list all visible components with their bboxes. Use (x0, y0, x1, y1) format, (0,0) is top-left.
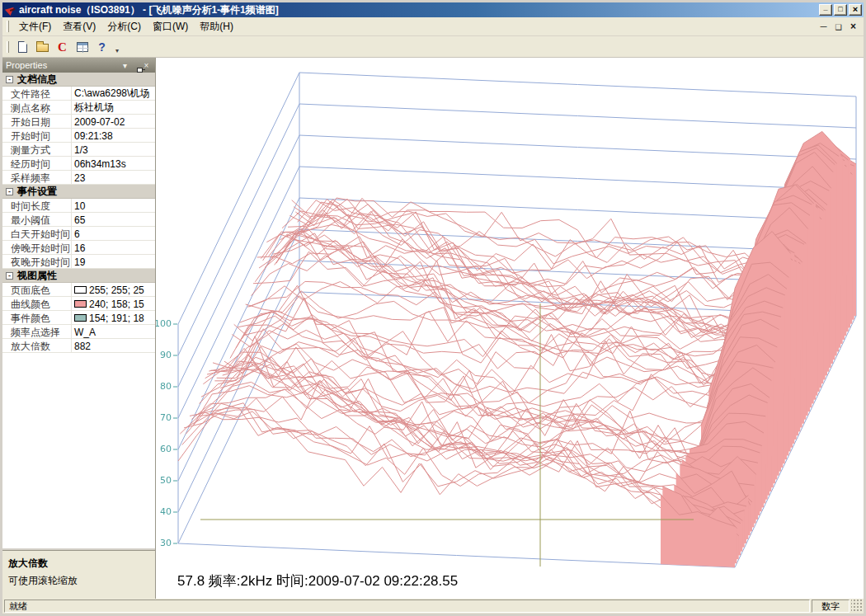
new-document-button[interactable] (13, 38, 32, 56)
color-swatch (74, 286, 87, 294)
property-value[interactable]: 2009-07-02 (72, 115, 155, 128)
property-value[interactable]: W_A (72, 325, 155, 338)
menu-item-help[interactable]: 帮助(H) (194, 17, 239, 36)
property-help-box: 放大倍数 可使用滚轮缩放 (2, 551, 155, 599)
property-row: 夜晚开始时间 19 (2, 255, 155, 269)
property-label: 开始时间 (2, 129, 72, 142)
toolbar-grip[interactable] (7, 41, 9, 53)
property-value[interactable]: 09:21:38 (72, 129, 155, 142)
spectrum-canvas[interactable] (156, 58, 863, 599)
property-value[interactable]: 10 (72, 199, 155, 212)
property-label: 开始日期 (2, 115, 72, 128)
menubar-grip[interactable] (7, 21, 9, 32)
properties-panel-title: Properties (6, 60, 120, 70)
mdi-minimize-button[interactable] (817, 21, 831, 33)
menu-item-window[interactable]: 窗口(W) (147, 17, 194, 36)
property-value[interactable]: 240; 158; 15 (72, 297, 155, 310)
section-header-document-info[interactable]: 文档信息 (2, 73, 155, 87)
property-row: 测点名称 栎社机场 (2, 101, 155, 115)
properties-header: Properties ▾ × (2, 58, 155, 73)
resize-grip[interactable] (851, 600, 862, 613)
chevron-down-icon[interactable]: ▾ (120, 61, 130, 70)
property-value[interactable]: 882 (72, 339, 155, 352)
properties-panel: Properties ▾ × 文档信息 文件路径 C:\awa6298\机场 测… (2, 58, 156, 599)
status-text: 就绪 (4, 600, 810, 613)
collapse-icon[interactable] (6, 272, 13, 280)
property-value[interactable]: 65 (72, 213, 155, 226)
status-bar: 就绪 数字 (2, 599, 864, 614)
property-value[interactable]: 19 (72, 255, 155, 268)
property-label: 测量方式 (2, 143, 72, 156)
app-window: aircraft noise（ISO3891） - [飞机噪声分析1-事件1频谱… (0, 0, 866, 616)
property-label: 经历时间 (2, 157, 72, 170)
menu-bar: 文件(F) 查看(V) 分析(C) 窗口(W) 帮助(H) (2, 17, 864, 36)
minimize-button[interactable] (819, 4, 832, 16)
property-label: 放大倍数 (2, 339, 72, 352)
help-title: 放大倍数 (8, 557, 149, 571)
section-header-event-settings[interactable]: 事件设置 (2, 185, 155, 199)
open-file-button[interactable] (33, 38, 52, 56)
property-value[interactable]: 255; 255; 25 (72, 283, 155, 296)
properties-button[interactable] (73, 38, 92, 56)
property-label: 傍晚开始时间 (2, 241, 72, 254)
property-label: 夜晚开始时间 (2, 255, 72, 268)
close-button[interactable] (849, 4, 862, 16)
property-label: 曲线颜色 (2, 297, 72, 310)
menu-item-analysis[interactable]: 分析(C) (101, 17, 147, 36)
property-row: 曲线颜色 240; 158; 15 (2, 297, 155, 311)
calibration-button[interactable] (53, 38, 72, 56)
property-label: 频率点选择 (2, 325, 72, 338)
property-value[interactable]: 1/3 (72, 143, 155, 156)
property-value[interactable]: 23 (72, 171, 155, 184)
calibration-c-icon (58, 40, 67, 54)
property-row: 文件路径 C:\awa6298\机场 (2, 87, 155, 101)
property-value[interactable]: 06h34m13s (72, 157, 155, 170)
collapse-icon[interactable] (6, 76, 13, 83)
properties-grid-icon (77, 42, 88, 52)
panel-close-icon[interactable]: × (141, 61, 152, 70)
property-value[interactable]: C:\awa6298\机场 (72, 87, 155, 100)
section-title: 事件设置 (17, 185, 57, 199)
color-value-text: 255; 255; 25 (89, 284, 144, 296)
help-icon (98, 40, 106, 54)
window-title: aircraft noise（ISO3891） - [飞机噪声分析1-事件1频谱… (19, 3, 817, 17)
help-button[interactable] (92, 38, 111, 56)
property-value[interactable]: 栎社机场 (72, 101, 155, 114)
mdi-restore-button[interactable] (831, 21, 845, 33)
property-label: 采样频率 (2, 171, 72, 184)
collapse-icon[interactable] (6, 188, 13, 195)
open-folder-icon (36, 44, 49, 52)
new-document-icon (18, 41, 27, 53)
property-value[interactable]: 16 (72, 241, 155, 254)
property-row: 测量方式 1/3 (2, 143, 155, 157)
property-label: 事件颜色 (2, 311, 72, 324)
help-text: 可使用滚轮缩放 (8, 574, 149, 588)
property-row: 放大倍数 882 (2, 339, 155, 353)
color-value-text: 154; 191; 18 (89, 313, 144, 324)
mdi-close-button[interactable] (846, 21, 860, 33)
property-row: 经历时间 06h34m13s (2, 157, 155, 171)
property-row: 开始时间 09:21:38 (2, 129, 155, 143)
menu-item-view[interactable]: 查看(V) (57, 17, 101, 36)
maximize-button[interactable] (834, 4, 847, 16)
toolbar (2, 36, 864, 58)
section-header-view-properties[interactable]: 视图属性 (2, 269, 155, 283)
panel-filler (2, 353, 155, 548)
property-row: 最小阈值 65 (2, 213, 155, 227)
menu-item-file[interactable]: 文件(F) (13, 17, 57, 36)
property-row: 频率点选择 W_A (2, 325, 155, 339)
property-value[interactable]: 154; 191; 18 (72, 311, 155, 324)
main-area: Properties ▾ × 文档信息 文件路径 C:\awa6298\机场 测… (2, 58, 864, 599)
property-row: 页面底色 255; 255; 25 (2, 283, 155, 297)
color-value-text: 240; 158; 15 (89, 299, 144, 310)
property-value[interactable]: 6 (72, 227, 155, 240)
property-row: 采样频率 23 (2, 171, 155, 185)
property-row: 白天开始时间 6 (2, 227, 155, 241)
property-label: 时间长度 (2, 199, 72, 212)
property-row: 傍晚开始时间 16 (2, 241, 155, 255)
section-title: 视图属性 (17, 269, 57, 283)
chart-readout: 57.8 频率:2kHz 时间:2009-07-02 09:22:28.55 (177, 571, 458, 590)
section-title: 文档信息 (17, 73, 57, 87)
toolbar-overflow-button[interactable] (112, 38, 122, 56)
color-swatch (74, 314, 87, 322)
